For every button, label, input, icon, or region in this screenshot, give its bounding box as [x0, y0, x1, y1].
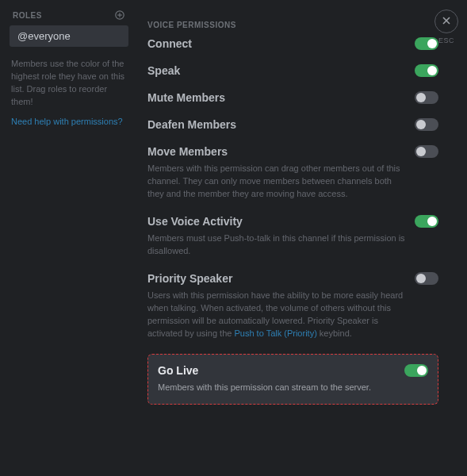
permission-label: Speak	[147, 64, 180, 77]
esc-label: ESC	[438, 36, 454, 44]
roles-header-label: ROLES	[13, 11, 42, 20]
permission-move-members: Move Members Members with this permissio…	[147, 145, 438, 201]
permission-label: Priority Speaker	[147, 272, 232, 285]
permissions-panel: VOICE PERMISSIONS Connect Speak Mute Mem…	[135, 0, 467, 476]
close-button[interactable]	[434, 10, 458, 33]
permissions-help-link[interactable]: Need help with permissions?	[10, 117, 128, 126]
toggle-mute-members[interactable]	[415, 91, 438, 104]
permission-label: Mute Members	[147, 91, 225, 104]
toggle-speak[interactable]	[415, 64, 438, 77]
permission-description: Members must use Push-to-talk in this ch…	[147, 232, 409, 258]
permission-description: Members with this permission can drag ot…	[147, 163, 409, 201]
add-role-icon[interactable]	[114, 10, 125, 21]
toggle-go-live[interactable]	[404, 364, 428, 377]
toggle-move-members[interactable]	[415, 145, 438, 158]
permission-deafen-members: Deafen Members	[147, 118, 438, 131]
permission-speak: Speak	[147, 64, 438, 77]
role-everyone[interactable]: @everyone	[10, 25, 128, 47]
permission-label: Use Voice Activity	[147, 215, 243, 228]
permission-connect: Connect	[147, 37, 438, 50]
permission-label: Move Members	[147, 145, 228, 158]
toggle-use-voice-activity[interactable]	[415, 215, 438, 228]
toggle-priority-speaker[interactable]	[415, 272, 438, 285]
push-to-talk-priority-link[interactable]: Push to Talk (Priority)	[234, 328, 316, 338]
permission-use-voice-activity: Use Voice Activity Members must use Push…	[147, 215, 438, 258]
permission-label: Go Live	[158, 364, 198, 377]
permission-mute-members: Mute Members	[147, 91, 438, 104]
roles-help-text: Members use the color of the highest rol…	[10, 58, 128, 117]
roles-sidebar: ROLES @everyone Members use the color of…	[0, 0, 135, 476]
close-icon	[442, 16, 451, 27]
permission-description: Users with this permission have the abil…	[147, 290, 409, 340]
permission-description: Members with this permission can stream …	[158, 382, 419, 394]
toggle-deafen-members[interactable]	[415, 118, 438, 131]
permission-label: Connect	[147, 37, 192, 50]
permission-label: Deafen Members	[147, 118, 236, 131]
permission-priority-speaker: Priority Speaker Users with this permiss…	[147, 272, 438, 340]
permission-go-live-highlight: Go Live Members with this permission can…	[147, 354, 438, 405]
section-header-voice: VOICE PERMISSIONS	[147, 21, 438, 29]
permission-description-post: keybind.	[317, 328, 352, 338]
